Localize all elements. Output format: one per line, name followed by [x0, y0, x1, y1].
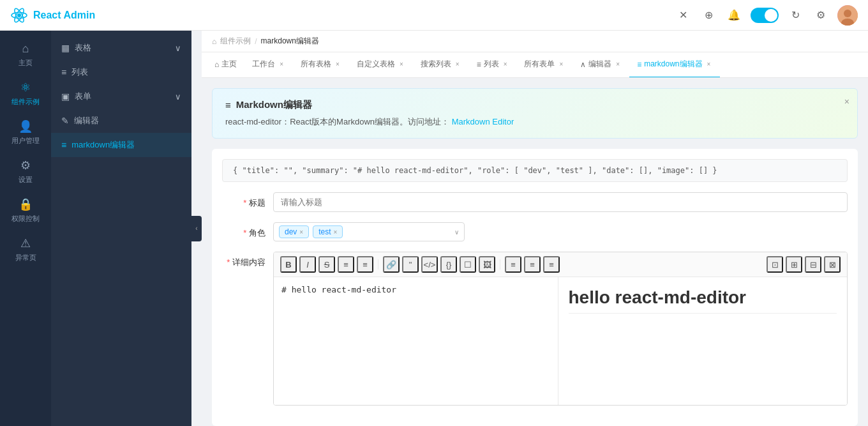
extension-icon[interactable]: ⊕	[700, 6, 717, 24]
gear-icon[interactable]: ⚙	[812, 6, 830, 24]
md-link-button[interactable]: 🔗	[383, 256, 400, 273]
md-quote-button[interactable]: "	[402, 256, 419, 273]
title-input[interactable]	[273, 192, 848, 212]
svg-point-0	[17, 13, 21, 17]
home-tab-icon: ⌂	[214, 60, 219, 69]
md-toolbar-right: ⊡ ⊞ ⊟ ⊠	[767, 256, 841, 273]
content-with-nav: ▦ 表格 ∨ ≡ 列表 ▣ 表单 ∨ ✎	[51, 31, 868, 426]
tab-workspace[interactable]: 工作台 ×	[244, 52, 293, 78]
md-align-center-button[interactable]: ≡	[524, 256, 541, 273]
sidebar: ⌂ 主页 ⚛ 组件示例 👤 用户管理 ⚙ 设置 🔒 权限控制 ⚠ 异常页	[0, 31, 51, 426]
topbar: React Admin ✕ ⊕ 🔔 ↻ ⚙	[0, 0, 868, 31]
chevron-down-icon: ∨	[175, 43, 181, 53]
tag-dev-remove[interactable]: ×	[299, 229, 303, 236]
tag-test-remove[interactable]: ×	[334, 229, 338, 236]
info-card: ≡ Markdown编辑器 react-md-editor：React版本的Ma…	[212, 88, 858, 139]
sidebar-item-home[interactable]: ⌂ 主页	[0, 36, 51, 74]
sidebar-item-settings[interactable]: ⚙ 设置	[0, 152, 51, 191]
tab-md-editor[interactable]: ≡ markdown编辑器 ×	[629, 52, 720, 78]
tab-label: 所有表单	[524, 59, 555, 70]
tab-search-list[interactable]: 搜索列表 ×	[413, 52, 469, 78]
md-ordered-list-button[interactable]: ≡	[357, 256, 373, 273]
sidebar-item-errors[interactable]: ⚠ 异常页	[0, 230, 51, 269]
topbar-left: React Admin	[10, 6, 95, 24]
tab-close-editor[interactable]: ×	[614, 60, 622, 68]
info-card-title: ≡ Markdown编辑器	[225, 99, 844, 111]
refresh-icon[interactable]: ↻	[786, 6, 804, 24]
md-tab-icon: ≡	[637, 60, 641, 69]
title-label: 标题	[222, 192, 273, 209]
tab-editor[interactable]: ∧ 编辑器 ×	[572, 52, 629, 78]
tabs-bar: ⌂ 主页 工作台 × 所有表格 × 自定义表格 × 搜索列表 ×	[202, 52, 868, 78]
role-tag-selector[interactable]: dev × test × ∨	[273, 222, 465, 241]
tab-close-workspace[interactable]: ×	[278, 60, 285, 68]
editor-tab-icon: ∧	[580, 60, 586, 69]
tab-label: 主页	[221, 59, 237, 70]
md-italic-button[interactable]: I	[299, 256, 316, 273]
nav-item-md-editor[interactable]: ≡ markdown编辑器	[51, 133, 191, 157]
tab-close-all-forms[interactable]: ×	[557, 60, 565, 68]
md-code-block-button[interactable]: {}	[440, 256, 457, 273]
tag-test-label: test	[318, 227, 331, 236]
tab-close-list[interactable]: ×	[502, 60, 509, 68]
theme-toggle[interactable]	[751, 8, 779, 23]
tab-home[interactable]: ⌂ 主页	[207, 52, 244, 78]
tab-list[interactable]: ≡ 列表 ×	[469, 52, 517, 78]
bell-icon[interactable]: 🔔	[725, 6, 743, 24]
tab-close-md-editor[interactable]: ×	[705, 60, 713, 68]
md-checkbox-button[interactable]: ☐	[460, 256, 476, 273]
home-icon: ⌂	[22, 42, 29, 56]
md-toolbar-left: B I S ≡ ≡ 🔗 " </>	[280, 256, 560, 273]
md-unordered-list-button[interactable]: ≡	[338, 256, 354, 273]
md-bold-button[interactable]: B	[280, 256, 297, 273]
tab-close-search-list[interactable]: ×	[454, 60, 461, 68]
md-split-view-button[interactable]: ⊡	[767, 256, 783, 273]
json-preview: { "title": "", "summary": "# hello react…	[222, 159, 848, 182]
close-icon[interactable]: ✕	[674, 6, 692, 24]
chevron-down-icon: ∨	[454, 229, 459, 236]
topbar-right: ✕ ⊕ 🔔 ↻ ⚙	[674, 5, 858, 26]
settings-icon: ⚙	[20, 158, 31, 172]
md-toolbar: B I S ≡ ≡ 🔗 " </>	[274, 252, 847, 277]
sidebar-item-label: 主页	[19, 58, 33, 68]
nav-item-list[interactable]: ≡ 列表	[51, 60, 191, 84]
title-field-wrapper	[273, 192, 848, 212]
sidebar-item-label: 设置	[19, 175, 33, 185]
info-card-icon: ≡	[225, 100, 231, 110]
sidebar-item-users[interactable]: 👤 用户管理	[0, 113, 51, 152]
nav-item-table[interactable]: ▦ 表格 ∨	[51, 36, 191, 60]
md-fullscreen-button[interactable]: ⊠	[824, 256, 841, 273]
sidebar-item-components[interactable]: ⚛ 组件示例	[0, 74, 51, 113]
tab-all-forms[interactable]: 所有表单 ×	[516, 52, 572, 78]
avatar[interactable]	[837, 5, 858, 26]
nav-item-editor[interactable]: ✎ 编辑器	[51, 109, 191, 133]
md-image-button[interactable]: 🖼	[479, 256, 495, 273]
tab-label: 所有表格	[301, 59, 331, 70]
tab-all-tables[interactable]: 所有表格 ×	[293, 52, 349, 78]
md-align-left-button[interactable]: ≡	[505, 256, 521, 273]
tab-label: 自定义表格	[357, 59, 395, 70]
md-strikethrough-button[interactable]: S	[318, 256, 335, 273]
tab-custom-table[interactable]: 自定义表格 ×	[349, 52, 413, 78]
info-card-link[interactable]: Markdown Editor	[452, 117, 514, 126]
sidebar-item-access[interactable]: 🔒 权限控制	[0, 191, 51, 230]
markdown-editor: B I S ≡ ≡ 🔗 " </>	[273, 252, 848, 406]
tab-close-all-tables[interactable]: ×	[334, 60, 341, 68]
md-code-button[interactable]: </>	[421, 256, 438, 273]
info-card-close-button[interactable]: ×	[844, 96, 849, 107]
tab-label: markdown编辑器	[644, 59, 702, 70]
editor-icon: ✎	[61, 116, 69, 126]
sidebar-item-label: 组件示例	[11, 97, 40, 107]
nav-item-form[interactable]: ▣ 表单 ∨	[51, 84, 191, 109]
md-editor-input[interactable]: # hello react-md-editor	[274, 277, 558, 405]
tab-close-custom-table[interactable]: ×	[398, 60, 405, 68]
nav-collapse-button[interactable]: ‹	[191, 216, 202, 241]
md-editor-icon: ≡	[61, 140, 66, 150]
md-preview-only-button[interactable]: ⊟	[805, 256, 821, 273]
breadcrumb-current: markdown编辑器	[261, 36, 319, 47]
tag-dev-label: dev	[285, 227, 297, 236]
form-card: { "title": "", "summary": "# hello react…	[212, 149, 858, 426]
form-row-title: 标题	[222, 192, 848, 212]
md-align-right-button[interactable]: ≡	[543, 256, 560, 273]
md-editor-only-button[interactable]: ⊞	[786, 256, 802, 273]
